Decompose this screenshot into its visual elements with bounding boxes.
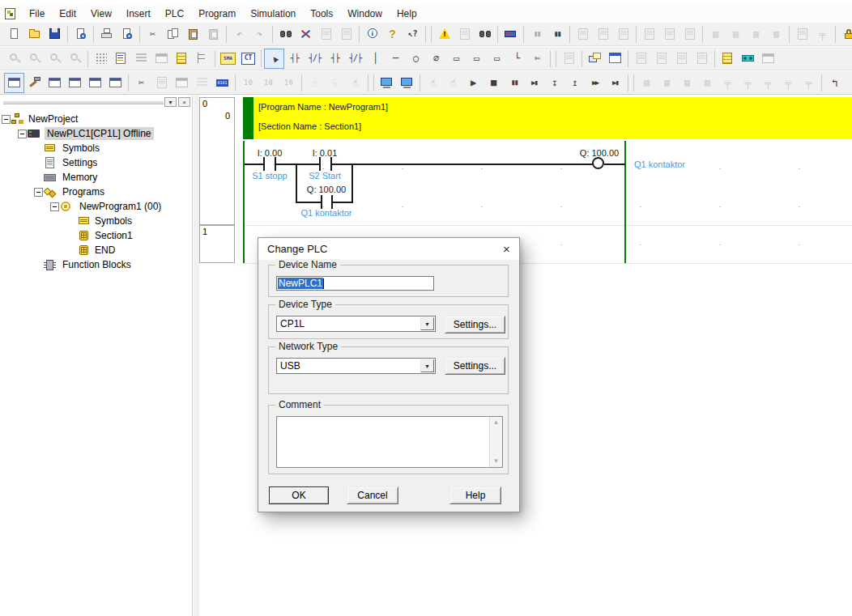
tree-expander-minus[interactable] xyxy=(50,202,59,211)
zoom-out-button[interactable] xyxy=(24,49,45,69)
network-type-settings-button[interactable]: Settings... xyxy=(445,357,505,375)
cut-button[interactable]: ✂ xyxy=(143,24,163,45)
contact-address[interactable]: I: 0.01 xyxy=(300,148,349,158)
transfer-to-plc-button[interactable] xyxy=(573,24,593,45)
menu-view[interactable]: View xyxy=(83,8,119,19)
app-icon[interactable] xyxy=(4,7,17,19)
scroll-down-icon[interactable]: ▼ xyxy=(490,456,502,467)
tree-item-memory[interactable]: Memory xyxy=(0,170,192,185)
panel-splitter[interactable] xyxy=(194,96,199,616)
open-button[interactable] xyxy=(24,24,45,45)
print-preview-button[interactable] xyxy=(70,24,91,45)
save-button[interactable] xyxy=(45,24,65,45)
sim-run-button[interactable]: ▶ xyxy=(463,73,484,93)
dialog-titlebar[interactable]: Change PLC × xyxy=(258,238,519,260)
page-setup-button[interactable] xyxy=(117,24,137,45)
menu-window[interactable]: Window xyxy=(340,8,390,19)
new-horizontal-line-button[interactable]: ─ xyxy=(386,49,406,69)
tree-item-newprogram1[interactable]: NewProgram1 (00) xyxy=(0,199,192,214)
new-vertical-line-button[interactable]: │ xyxy=(365,49,386,69)
io-table-button[interactable] xyxy=(151,73,172,93)
memory-card-window-button[interactable] xyxy=(192,73,212,93)
paste-extended-button[interactable] xyxy=(203,24,224,45)
new-instruction-variant-button[interactable]: ▭ xyxy=(466,49,487,69)
watch-window-button[interactable] xyxy=(738,49,758,69)
device-type-settings-button[interactable]: Settings... xyxy=(445,316,505,333)
compile-button[interactable] xyxy=(434,24,454,45)
menu-plc[interactable]: PLC xyxy=(158,8,191,19)
find-report-button[interactable] xyxy=(475,24,495,45)
work-online-button[interactable] xyxy=(501,24,521,45)
breakpoint-clear-button[interactable]: ▦ xyxy=(677,73,697,93)
tree-item-programs[interactable]: Programs xyxy=(0,185,192,199)
tree-item-function-blocks[interactable]: Function Blocks xyxy=(0,257,192,272)
online-edit-cancel-button[interactable] xyxy=(679,24,700,45)
toggle-cross-reference-button[interactable] xyxy=(65,73,85,93)
pause-button[interactable]: ▮▮ xyxy=(547,24,567,45)
plc-settings-window-button[interactable] xyxy=(172,73,192,93)
drag-grip[interactable] xyxy=(3,100,164,104)
monitor-mode-button[interactable]: ▦ xyxy=(705,24,726,45)
new-closed-or-contact-button[interactable]: ┤/├ xyxy=(345,49,365,69)
tree-item-settings[interactable]: Settings xyxy=(0,155,192,170)
toggle-properties-button[interactable] xyxy=(105,73,126,93)
go-back-button[interactable]: ↰ xyxy=(824,73,845,93)
time-chart-monitor-button[interactable]: ╤ xyxy=(812,24,833,45)
show-rung-comments-button[interactable] xyxy=(111,49,131,69)
sim-step-run-button[interactable]: ▶▮ xyxy=(524,73,544,93)
toggle-project-workspace-button[interactable] xyxy=(4,73,24,93)
new-coil-button[interactable]: ○ xyxy=(406,49,426,69)
new-contact-button[interactable]: ┤├ xyxy=(284,49,305,69)
run-mode-button[interactable]: ▦ xyxy=(766,24,786,45)
force-off-button[interactable]: ☟ xyxy=(325,73,345,93)
redo-button[interactable]: ↷ xyxy=(249,24,270,45)
set-password-button[interactable] xyxy=(838,24,852,45)
menu-simulation[interactable]: Simulation xyxy=(243,8,303,19)
io-comment-view-button[interactable]: CT xyxy=(238,49,258,69)
edit-rung-button[interactable] xyxy=(651,49,671,69)
tree-expander-minus[interactable] xyxy=(34,188,43,197)
menu-file[interactable]: File xyxy=(22,8,52,19)
connect-line-tool-button[interactable]: └ xyxy=(507,49,527,69)
tree-item-newproject[interactable]: NewProject xyxy=(0,112,192,126)
find-button[interactable] xyxy=(275,24,296,45)
toggle-watch-window-button[interactable] xyxy=(45,73,65,93)
substitute-a-button[interactable] xyxy=(316,24,336,45)
check-program-tool-button[interactable]: ✂ xyxy=(131,73,151,93)
tree-item-section1[interactable]: Section1 xyxy=(0,228,192,243)
io-break-3-button[interactable]: ╤ xyxy=(758,73,778,93)
about-button[interactable] xyxy=(362,24,382,45)
undo-button[interactable]: ↶ xyxy=(229,24,249,45)
dropdown-arrow-button[interactable]: ▼ xyxy=(420,317,434,330)
dialog-close-button[interactable]: × xyxy=(495,239,518,259)
help-topics-button[interactable]: ? xyxy=(382,24,403,45)
show-workspace-tree-button[interactable] xyxy=(192,49,212,69)
new-function-block-invoke-button[interactable]: ▭ xyxy=(487,49,507,69)
sim-step-out-button[interactable]: ↥ xyxy=(564,73,585,93)
ok-button[interactable]: OK xyxy=(269,486,329,504)
online-edit-send-button[interactable] xyxy=(659,24,679,45)
tree-item-symbols-local[interactable]: Symbols xyxy=(0,214,192,228)
work-online-simulator-button[interactable] xyxy=(377,73,397,93)
network-type-select[interactable]: USB ▼ xyxy=(276,358,436,374)
paste-button[interactable] xyxy=(183,24,203,45)
breakpoint-clear-all-button[interactable]: ▦ xyxy=(697,73,718,93)
zoom-in-button[interactable] xyxy=(4,49,24,69)
monitor-pause-button[interactable]: ▮▮ xyxy=(526,24,547,45)
force-cancel-button[interactable]: ☝ xyxy=(345,73,365,93)
force-on-button[interactable]: ☝ xyxy=(305,73,325,93)
substitute-b-button[interactable] xyxy=(336,24,356,45)
new-or-contact-button[interactable]: ┤├ xyxy=(325,49,345,69)
address-reference-tool-button[interactable] xyxy=(718,49,738,69)
toggle-local-symbols-button[interactable] xyxy=(85,73,105,93)
base-decimal-button[interactable]: 10 xyxy=(238,73,258,93)
menu-program[interactable]: Program xyxy=(191,8,243,19)
contact-address[interactable]: I: 0.00 xyxy=(245,148,294,158)
menu-tools[interactable]: Tools xyxy=(303,8,340,19)
work-schedule-button[interactable] xyxy=(605,49,625,69)
toggle-output-window-button[interactable] xyxy=(24,73,45,93)
show-rung-annotations-button[interactable] xyxy=(131,49,151,69)
device-name-input[interactable]: NewPLC1 xyxy=(276,276,434,291)
workspace-close-button[interactable]: × xyxy=(178,97,190,107)
new-button[interactable] xyxy=(4,24,24,45)
